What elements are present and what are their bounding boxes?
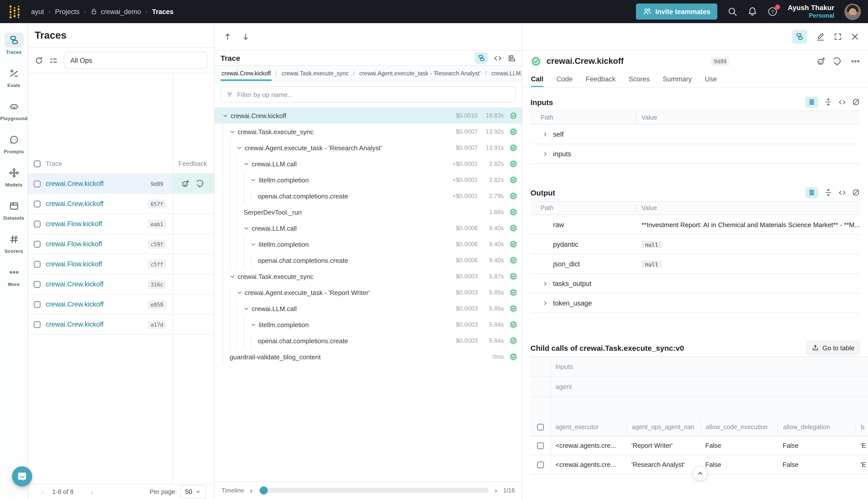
edit-icon[interactable] bbox=[816, 33, 825, 41]
breadcrumb-item-crewai-demo[interactable]: crewai_demo bbox=[91, 8, 141, 15]
invite-teammates-button[interactable]: Invite teammates bbox=[636, 3, 717, 20]
flame-graph-icon[interactable] bbox=[508, 54, 516, 62]
ops-filter-select[interactable]: All Ops bbox=[64, 52, 208, 69]
refresh-icon[interactable] bbox=[35, 56, 43, 64]
kv-row[interactable]: tasks_output bbox=[531, 274, 860, 293]
row-checkbox[interactable] bbox=[537, 442, 544, 449]
sidebar-item-traces[interactable]: Traces bbox=[0, 27, 28, 60]
feedback-cell[interactable] bbox=[172, 254, 214, 274]
tree-node[interactable]: openai.chat.completions.create <$0.0001 … bbox=[214, 188, 522, 204]
prev-call-icon[interactable] bbox=[224, 33, 232, 41]
chevron-down-icon[interactable] bbox=[251, 242, 259, 247]
trace-link[interactable]: crewai.Flow.kickoff bbox=[46, 260, 102, 268]
feedback-cell[interactable] bbox=[172, 194, 214, 214]
chevron-right-icon[interactable] bbox=[543, 131, 553, 137]
tree-node[interactable]: crewai.Agent.execute_task - 'Research An… bbox=[214, 140, 522, 156]
column-header-agent-executor[interactable]: agent_executor bbox=[550, 421, 627, 433]
add-reaction-icon[interactable] bbox=[817, 57, 826, 65]
chevron-right-icon[interactable] bbox=[543, 281, 553, 286]
feedback-cell[interactable] bbox=[172, 234, 214, 254]
tree-node[interactable]: openai.chat.completions.create $0.0006 9… bbox=[214, 252, 522, 268]
tab-feedback[interactable]: Feedback bbox=[586, 71, 616, 87]
trace-tab-2[interactable]: crewai.Agent.execute_task - 'Research An… bbox=[358, 66, 482, 81]
row-checkbox[interactable] bbox=[34, 220, 40, 227]
trace-tab-0[interactable]: crewai.Crew.kickoff bbox=[221, 66, 272, 81]
tab-call[interactable]: Call bbox=[531, 71, 544, 87]
sidebar-item-prompts[interactable]: Prompts bbox=[0, 126, 28, 160]
op-filter-input[interactable] bbox=[237, 91, 510, 98]
tree-node[interactable]: crewai.Task.execute_sync $0.0007 13.92s bbox=[214, 124, 522, 140]
call-id-badge[interactable]: 9d89 bbox=[711, 57, 730, 65]
column-settings-icon[interactable] bbox=[49, 56, 58, 64]
chevron-right-icon[interactable] bbox=[543, 300, 553, 306]
chevron-down-icon[interactable] bbox=[244, 306, 252, 311]
tree-node[interactable]: crewai.LLM.call $0.0006 9.40s bbox=[214, 220, 522, 236]
kv-row[interactable]: inputs bbox=[531, 144, 860, 164]
row-checkbox[interactable] bbox=[34, 241, 40, 247]
trace-link[interactable]: crewai.Crew.kickoff bbox=[46, 180, 104, 187]
table-row[interactable]: <crewai.agents.cre...'Report Writer'Fals… bbox=[531, 436, 868, 455]
select-all-checkbox[interactable] bbox=[537, 423, 544, 430]
trace-link[interactable]: crewai.Flow.kickoff bbox=[46, 240, 102, 248]
expand-rows-icon[interactable] bbox=[824, 98, 832, 106]
add-reaction-icon[interactable] bbox=[181, 179, 190, 188]
code-view-icon[interactable] bbox=[494, 54, 502, 62]
code-view-icon[interactable] bbox=[838, 98, 846, 106]
column-header-allow-code-execution[interactable]: allow_code_execution bbox=[700, 421, 778, 433]
kv-row[interactable]: raw**Investment Report: AI in Chemical a… bbox=[531, 215, 860, 235]
row-checkbox[interactable] bbox=[34, 301, 40, 308]
avatar[interactable] bbox=[844, 3, 861, 20]
chevron-down-icon[interactable] bbox=[237, 290, 245, 295]
chevron-down-icon[interactable] bbox=[223, 113, 231, 118]
list-view-icon[interactable] bbox=[805, 187, 818, 198]
tree-node[interactable]: SerperDevTool._run 1.66s bbox=[214, 204, 522, 220]
timeline-handle[interactable] bbox=[259, 486, 268, 495]
go-to-table-button[interactable]: Go to table bbox=[806, 341, 860, 355]
feedback-cell[interactable] bbox=[172, 315, 214, 334]
trace-tab-3[interactable]: crewai.LLM.cal bbox=[490, 66, 522, 81]
breadcrumb-item-traces[interactable]: Traces bbox=[152, 8, 174, 15]
fullscreen-icon[interactable] bbox=[834, 33, 842, 41]
tab-summary[interactable]: Summary bbox=[663, 71, 692, 87]
column-header-agent-ops-agent-nan[interactable]: agent_ops_agent_nan bbox=[627, 421, 700, 433]
feedback-cell[interactable] bbox=[172, 174, 214, 194]
trace-link[interactable]: crewai.Crew.kickoff bbox=[46, 320, 104, 328]
breadcrumb-item-projects[interactable]: Projects bbox=[55, 8, 79, 15]
code-view-icon[interactable] bbox=[838, 189, 846, 196]
table-row[interactable]: crewai.Flow.kickoff eab1 bbox=[28, 214, 214, 234]
row-checkbox[interactable] bbox=[34, 260, 40, 268]
list-view-icon[interactable] bbox=[805, 96, 818, 108]
table-row[interactable]: crewai.Crew.kickoff 316c bbox=[28, 275, 214, 294]
per-page-select[interactable]: 50 bbox=[180, 485, 206, 499]
breadcrumb-item-ayut[interactable]: ayut bbox=[31, 8, 44, 15]
kv-row[interactable]: json_dictnull bbox=[531, 254, 860, 274]
trace-link[interactable]: crewai.Flow.kickoff bbox=[46, 220, 102, 228]
tree-node[interactable]: litellm.completion $0.0003 5.84s bbox=[214, 317, 522, 333]
comment-icon[interactable] bbox=[197, 179, 206, 188]
show-trace-icon[interactable] bbox=[792, 30, 807, 44]
user-menu[interactable]: Ayush Thakur Personal bbox=[788, 3, 834, 20]
table-row[interactable]: crewai.Flow.kickoff c5ff bbox=[28, 254, 214, 275]
more-menu-icon[interactable] bbox=[851, 57, 860, 65]
tree-node[interactable]: crewai.Agent.execute_task - 'Report Writ… bbox=[214, 284, 522, 301]
table-row[interactable]: crewai.Crew.kickoff e058 bbox=[28, 294, 214, 315]
chevron-down-icon[interactable] bbox=[244, 226, 252, 231]
collapse-panel-button[interactable] bbox=[693, 466, 708, 481]
kv-row[interactable]: token_usage bbox=[531, 293, 860, 313]
feedback-cell[interactable] bbox=[172, 214, 214, 234]
bell-icon[interactable] bbox=[747, 7, 757, 16]
chevron-down-icon[interactable] bbox=[230, 129, 238, 134]
row-checkbox[interactable] bbox=[34, 200, 40, 207]
sidebar-item-evals[interactable]: Evals bbox=[0, 60, 28, 94]
select-all-checkbox[interactable] bbox=[34, 160, 40, 167]
sidebar-item-scorers[interactable]: Scorers bbox=[0, 226, 28, 259]
next-page-icon[interactable]: › bbox=[86, 488, 99, 496]
sidebar-item-datasets[interactable]: Datasets bbox=[0, 193, 28, 226]
trace-link[interactable]: crewai.Crew.kickoff bbox=[46, 200, 104, 208]
row-checkbox[interactable] bbox=[537, 461, 544, 468]
tree-node[interactable]: litellm.completion <$0.0001 2.82s bbox=[214, 172, 522, 188]
timeline-prev-icon[interactable]: ‹ bbox=[250, 486, 252, 495]
chat-support-button[interactable] bbox=[12, 466, 32, 486]
sidebar-item-playground[interactable]: Playground bbox=[0, 94, 28, 126]
expand-rows-icon[interactable] bbox=[824, 188, 832, 196]
